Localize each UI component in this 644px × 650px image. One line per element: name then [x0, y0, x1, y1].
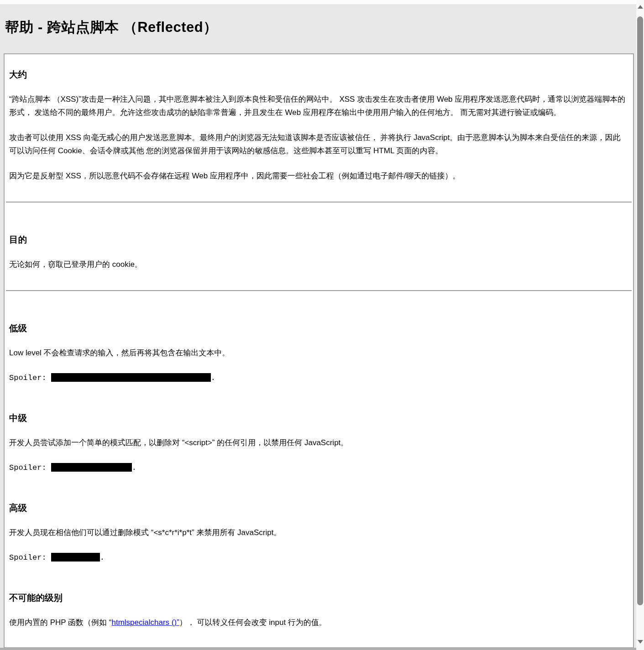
spoiler-period: .: [100, 553, 105, 562]
about-heading: 大约: [9, 68, 628, 81]
medium-level-heading: 中级: [9, 412, 628, 424]
spoiler-label: Spoiler:: [9, 463, 51, 472]
help-page: 帮助 - 跨站点脚本 （Reflected） 大约 “跨站点脚本 （XSS)”攻…: [0, 0, 644, 648]
about-paragraph-2: 攻击者可以使用 XSS 向毫无戒心的用户发送恶意脚本。最终用户的浏览器无法知道该…: [9, 131, 628, 157]
high-level-paragraph: 开发人员现在相信他们可以通过删除模式 “<s*c*r*i*p*t” 来禁用所有 …: [9, 526, 628, 539]
spoiler-redaction: [51, 373, 211, 382]
medium-level-paragraph: 开发人员尝试添加一个简单的模式匹配，以删除对 “<script>” 的任何引用，…: [9, 436, 628, 449]
high-level-heading: 高级: [9, 502, 628, 514]
spoiler-period: .: [132, 463, 136, 472]
spoiler-redaction: [51, 463, 132, 472]
htmlspecialchars-link[interactable]: htmlspecialchars ()”: [111, 618, 179, 627]
scroll-down-icon: [638, 640, 643, 644]
impossible-text-before: 使用内置的 PHP 函数（例如 “: [9, 618, 111, 627]
spoiler-redaction: [51, 553, 100, 562]
scroll-up-icon: [638, 5, 643, 9]
impossible-level-paragraph: 使用内置的 PHP 函数（例如 “htmlspecialchars ()”）， …: [9, 616, 628, 629]
medium-spoiler-line: Spoiler: .: [9, 461, 628, 474]
about-paragraph-3: 因为它是反射型 XSS，所以恶意代码不会存储在远程 Web 应用程序中，因此需要…: [9, 169, 628, 182]
section-divider: [6, 202, 632, 203]
help-content-panel: 大约 “跨站点脚本 （XSS)”攻击是一种注入问题，其中恶意脚本被注入到原本良性…: [4, 53, 634, 648]
section-divider: [6, 290, 632, 291]
objective-heading: 目的: [9, 234, 628, 246]
scrollbar-up-button[interactable]: [636, 3, 644, 10]
low-level-heading: 低级: [9, 322, 628, 334]
scrollbar-down-button[interactable]: [636, 638, 644, 645]
impossible-text-after: ）， 可以转义任何会改变 input 行为的值。: [179, 618, 327, 627]
low-level-paragraph: Low level 不会检查请求的输入，然后再将其包含在输出文本中。: [9, 346, 628, 359]
spoiler-label: Spoiler:: [9, 374, 51, 382]
spoiler-label: Spoiler:: [9, 553, 51, 562]
high-spoiler-line: Spoiler: .: [9, 551, 628, 564]
low-spoiler-line: Spoiler: .: [9, 371, 628, 385]
objective-paragraph: 无论如何，窃取已登录用户的 cookie。: [9, 258, 628, 271]
impossible-level-heading: 不可能的级别: [9, 592, 628, 604]
window-bottom-edge: [0, 648, 636, 650]
about-paragraph-1: “跨站点脚本 （XSS)”攻击是一种注入问题，其中恶意脚本被注入到原本良性和受信…: [9, 93, 628, 119]
scrollbar-thumb[interactable]: [637, 16, 643, 605]
page-title: 帮助 - 跨站点脚本 （Reflected）: [5, 18, 644, 37]
spoiler-period: .: [211, 374, 215, 382]
vertical-scrollbar[interactable]: [636, 0, 644, 650]
